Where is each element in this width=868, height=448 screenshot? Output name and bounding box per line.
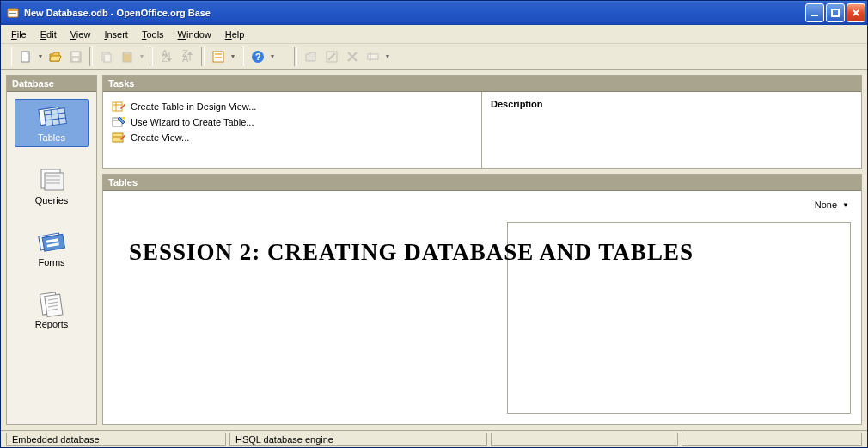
new-button[interactable]: [16, 47, 35, 66]
sidebar-body: Tables Queries Forms Reports: [7, 92, 96, 424]
window-controls: [805, 3, 865, 22]
paste-button[interactable]: [118, 47, 137, 66]
design-view-icon: [112, 100, 125, 114]
menu-insert[interactable]: Insert: [97, 28, 135, 41]
new-dropdown[interactable]: ▼: [37, 47, 44, 66]
tables-icon: [34, 103, 69, 131]
queries-icon: [34, 166, 69, 193]
form-button[interactable]: [209, 47, 228, 66]
svg-rect-11: [72, 52, 79, 56]
sidebar-header: Database: [7, 76, 96, 92]
sidebar-item-forms[interactable]: Forms: [15, 224, 89, 271]
tb2-dropdown[interactable]: ▼: [384, 47, 391, 66]
description-label: Description: [491, 99, 853, 109]
maximize-button[interactable]: [826, 3, 845, 22]
preview-mode-label: None: [815, 199, 837, 210]
description-column: Description: [481, 92, 861, 168]
svg-rect-12: [73, 58, 78, 61]
menu-bar: File Edit View Insert Tools Window Help: [1, 25, 867, 44]
svg-rect-5: [832, 9, 839, 16]
svg-rect-27: [215, 57, 222, 58]
sidebar-item-label: Queries: [35, 195, 69, 206]
sidebar-item-reports[interactable]: Reports: [15, 286, 89, 333]
minimize-button[interactable]: [805, 3, 824, 22]
tasks-panel: Tasks Create Table in Design View... Use…: [102, 75, 862, 169]
tables-body: None ▼ Session 2: creating database and …: [103, 191, 861, 424]
menu-file[interactable]: File: [4, 28, 34, 41]
help-button[interactable]: ?: [248, 47, 267, 66]
wizard-icon: [112, 115, 125, 129]
task-use-wizard[interactable]: Use Wizard to Create Table...: [112, 114, 473, 130]
svg-rect-64: [113, 133, 123, 142]
svg-rect-52: [45, 294, 63, 316]
tasks-body: Create Table in Design View... Use Wizar…: [103, 92, 861, 168]
svg-point-63: [123, 117, 125, 120]
paste-dropdown[interactable]: ▼: [138, 47, 145, 66]
svg-marker-20: [167, 58, 172, 62]
tb-edit-button[interactable]: [322, 47, 341, 66]
task-label: Create Table in Design View...: [131, 101, 256, 112]
svg-rect-14: [104, 54, 111, 62]
tables-panel: Tables None ▼ Session 2: creating databa…: [102, 174, 862, 425]
chevron-down-icon: ▼: [842, 201, 849, 209]
menu-edit[interactable]: Edit: [34, 28, 64, 41]
tb-delete-button[interactable]: [343, 47, 362, 66]
toolbar: ▼ ▼ AZ ZA ▼ ? ▼ ▼: [1, 44, 867, 70]
copy-button[interactable]: [97, 47, 116, 66]
status-engine: HSQL database engine: [229, 433, 487, 446]
svg-rect-43: [45, 173, 64, 190]
open-button[interactable]: [46, 47, 64, 66]
overlay-caption: Session 2: creating database and tables: [129, 239, 853, 266]
svg-rect-1: [8, 9, 18, 11]
task-create-view[interactable]: Create View...: [112, 130, 473, 145]
preview-mode-dropdown[interactable]: None ▼: [815, 199, 849, 210]
form-dropdown[interactable]: ▼: [229, 47, 236, 66]
app-icon: [6, 6, 20, 20]
menu-window[interactable]: Window: [171, 28, 218, 41]
sidebar-item-label: Forms: [38, 257, 64, 267]
svg-rect-48: [42, 234, 64, 251]
task-label: Create View...: [131, 132, 189, 143]
tb-open-folder[interactable]: [302, 47, 321, 66]
tasks-list: Create Table in Design View... Use Wizar…: [103, 92, 481, 168]
forms-icon: [34, 228, 69, 255]
right-column: Tasks Create Table in Design View... Use…: [102, 75, 862, 425]
sidebar-item-label: Tables: [38, 132, 65, 143]
close-button[interactable]: [847, 3, 865, 22]
svg-rect-3: [9, 15, 16, 15]
tasks-header: Tasks: [103, 76, 861, 92]
sidebar-item-tables[interactable]: Tables: [15, 99, 89, 147]
svg-text:Z: Z: [162, 53, 168, 64]
title-bar: New Database.odb - OpenOffice.org Base: [1, 1, 867, 25]
svg-rect-4: [811, 15, 818, 16]
status-db-type: Embedded database: [6, 433, 226, 446]
menu-tools[interactable]: Tools: [135, 28, 171, 41]
sidebar-item-label: Reports: [35, 319, 69, 329]
tables-header: Tables: [103, 175, 861, 191]
save-button[interactable]: [66, 47, 85, 66]
menu-view[interactable]: View: [64, 28, 98, 41]
sort-desc-button[interactable]: ZA: [178, 47, 197, 66]
svg-rect-57: [113, 102, 122, 111]
create-view-icon: [112, 131, 125, 144]
svg-rect-26: [215, 53, 222, 55]
status-bar: Embedded database HSQL database engine: [1, 430, 867, 447]
svg-text:?: ?: [255, 52, 261, 62]
svg-rect-16: [125, 52, 130, 54]
svg-line-31: [328, 53, 335, 60]
status-empty1: [491, 433, 678, 446]
help-dropdown[interactable]: ▼: [269, 47, 276, 66]
sidebar-item-queries[interactable]: Queries: [15, 163, 89, 209]
status-empty2: [682, 433, 862, 446]
svg-rect-37: [44, 108, 66, 126]
sort-asc-button[interactable]: AZ: [157, 47, 176, 66]
svg-rect-2: [9, 13, 16, 14]
sidebar: Database Tables Queries Forms Reports: [6, 75, 97, 425]
svg-rect-34: [368, 54, 378, 59]
window-title: New Database.odb - OpenOffice.org Base: [24, 8, 805, 18]
tb-rename-button[interactable]: [364, 47, 382, 66]
task-create-design[interactable]: Create Table in Design View...: [112, 99, 473, 114]
menu-help[interactable]: Help: [218, 28, 252, 41]
reports-icon: [34, 290, 69, 317]
task-label: Use Wizard to Create Table...: [131, 117, 254, 127]
